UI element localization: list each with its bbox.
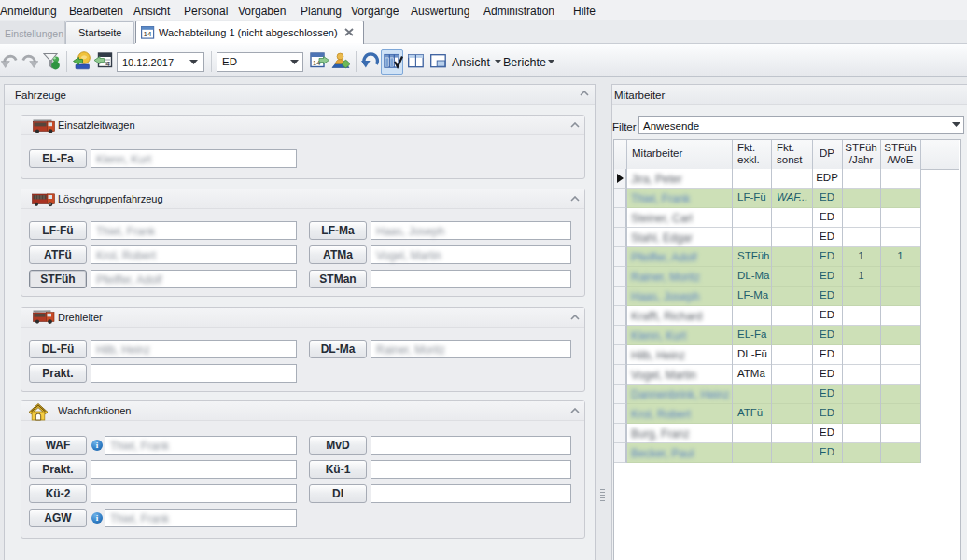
svg-text:4: 4 xyxy=(106,60,110,68)
svg-text:14: 14 xyxy=(144,30,152,38)
